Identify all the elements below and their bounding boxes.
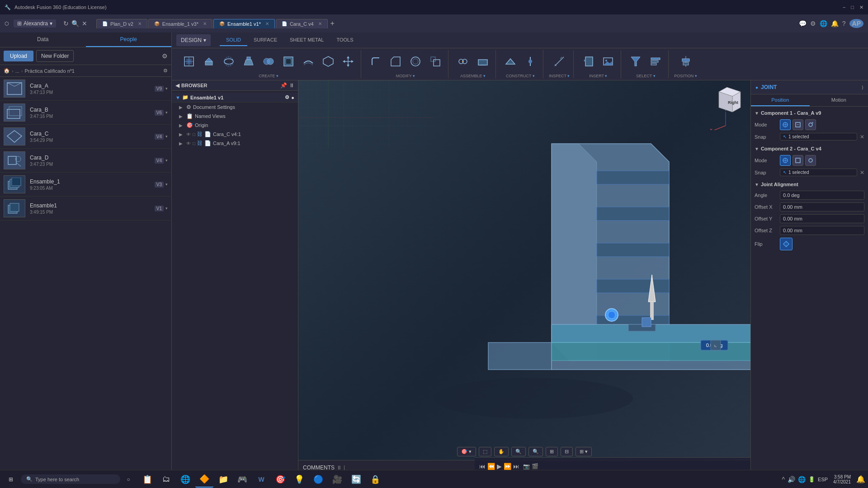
file-item-cara-a[interactable]: Cara_A 3:47:13 PM V9 ▾	[0, 77, 171, 101]
tab-ensamble1v1[interactable]: 📦 Ensamble1 v1* ✕	[213, 19, 275, 28]
named-views-expand[interactable]: ▶	[179, 114, 184, 119]
browser-item-named-views[interactable]: ▶ 📋 Named Views	[172, 112, 298, 121]
doc-settings-expand[interactable]: ▶	[179, 105, 184, 110]
construct-plane-btn[interactable]	[501, 53, 519, 70]
globe-icon[interactable]: 🌐	[820, 20, 827, 27]
vp-zoom-tool[interactable]: 🔍	[511, 447, 526, 456]
offset-z-value[interactable]: 0.00 mm	[780, 226, 864, 235]
file-item-ensamble1[interactable]: Ensamble_1 9:23:05 AM V3 ▾	[0, 173, 171, 197]
user-menu[interactable]: ⊞ Alexandra ▾	[14, 19, 56, 28]
insert-image-btn[interactable]	[599, 53, 617, 70]
select-filter-btn[interactable]	[627, 53, 645, 70]
browser-collapse-icon[interactable]: ◀	[175, 82, 179, 89]
create-thicken-btn[interactable]	[299, 53, 317, 70]
cortana-button[interactable]: ○	[122, 473, 135, 486]
alignment-collapse[interactable]: ▼	[755, 182, 759, 187]
taskbar-fusion360[interactable]: 🔶	[195, 471, 213, 488]
cara-a-expand[interactable]: ▶	[179, 141, 184, 146]
cara-c-eye[interactable]: 👁	[186, 132, 191, 137]
angle-value[interactable]: 0.0 deg	[780, 191, 864, 200]
taskbar-app10[interactable]: 🔵	[309, 471, 327, 488]
component2-mode-btn1[interactable]	[780, 155, 791, 166]
browser-item-cara-c[interactable]: ▶ 👁 □ ⛓ 📄 Cara_C v4:1	[172, 130, 298, 139]
file-item-ensamble1b[interactable]: Ensamble1 3:49:15 PM V1 ▾	[0, 197, 171, 221]
origin-expand[interactable]: ▶	[179, 123, 184, 128]
create-boundary-btn[interactable]	[319, 53, 337, 70]
browser-item-origin[interactable]: ▶ 🎯 Origin	[172, 121, 298, 130]
component1-mode-btn3[interactable]	[805, 119, 816, 130]
component1-collapse[interactable]: ▼	[755, 111, 759, 116]
modify-fillet-btn[interactable]	[367, 53, 385, 70]
browser-pin-icon[interactable]: 📌	[280, 82, 287, 89]
taskbar-app8[interactable]: 🎯	[271, 471, 289, 488]
flip-button[interactable]	[780, 238, 793, 250]
maximize-button[interactable]: □	[851, 5, 854, 10]
tab-ensamble1v3-close[interactable]: ✕	[203, 21, 207, 26]
tab-cara-c[interactable]: 📄 Cara_C v4 ✕	[276, 19, 328, 28]
tab-ensamble1v3[interactable]: 📦 Ensamble_1 v3* ✕	[148, 19, 212, 28]
taskbar-app11[interactable]: 🎥	[328, 471, 346, 488]
view-cube[interactable]: X Y Right	[705, 85, 746, 126]
sidebar-tab-data[interactable]: Data	[0, 33, 86, 47]
component2-mode-btn3[interactable]	[805, 155, 816, 166]
taskbar-chrome[interactable]: 🌐	[176, 471, 194, 488]
add-tab-button[interactable]: +	[330, 19, 335, 28]
vp-select-tool[interactable]: 🎯 ▾	[457, 447, 476, 456]
playback-next-btn[interactable]: ⏩	[504, 463, 511, 470]
close-appbar-icon[interactable]: ✕	[82, 20, 87, 27]
ribbon-tab-surface[interactable]: SURFACE	[247, 34, 283, 46]
create-extrude-btn[interactable]	[200, 53, 218, 70]
playback-cam2-icon[interactable]: 🎬	[532, 463, 538, 469]
create-revolve-btn[interactable]	[220, 53, 238, 70]
notification-icon[interactable]: 🔔	[856, 475, 865, 483]
vp-display2[interactable]: ⊟	[561, 447, 573, 456]
bell-icon[interactable]: 🔔	[831, 20, 839, 27]
breadcrumb-dots[interactable]: ...	[15, 68, 19, 74]
upload-button[interactable]: Upload	[4, 51, 33, 61]
component1-mode-btn1[interactable]	[780, 119, 791, 130]
create-shell-btn[interactable]	[279, 53, 297, 70]
minimize-button[interactable]: −	[843, 5, 845, 10]
offset-x-value[interactable]: 0.00 mm	[780, 202, 864, 211]
tab-ensamble1v1-close[interactable]: ✕	[265, 21, 269, 26]
tab-plan-d-close[interactable]: ✕	[138, 21, 142, 26]
playback-end-btn[interactable]: ⏭	[513, 463, 519, 470]
playback-cam1-icon[interactable]: 📷	[523, 463, 530, 469]
browser-pause-icon[interactable]: ⏸	[289, 82, 294, 89]
vp-display1[interactable]: ⊞	[546, 447, 558, 456]
battery-icon[interactable]: 🔋	[808, 476, 815, 483]
playback-start-btn[interactable]: ⏮	[479, 463, 486, 470]
taskbar-file-explorer[interactable]: 🗂	[157, 471, 175, 488]
browser-item-doc-settings[interactable]: ▶ ⚙ Document Settings	[172, 103, 298, 112]
network-icon[interactable]: 🌐	[798, 476, 806, 483]
insert-derive-btn[interactable]	[579, 53, 597, 70]
search-bar[interactable]: 🔍 Type here to search	[21, 474, 120, 484]
tab-cara-c-close[interactable]: ✕	[318, 21, 322, 26]
taskbar-app12[interactable]: 🔄	[347, 471, 365, 488]
create-combine-btn[interactable]	[259, 53, 278, 70]
ribbon-tab-solid[interactable]: SOLID	[220, 34, 247, 46]
clock-display[interactable]: 3:58 PM 4/7/2021	[830, 474, 854, 484]
file-item-cara-b[interactable]: Cara_B 3:47:16 PM V6 ▾	[0, 101, 171, 125]
root-eye-icon[interactable]: ●	[291, 95, 294, 100]
cara-a-eye[interactable]: 👁	[186, 141, 191, 146]
create-move-btn[interactable]	[339, 53, 357, 70]
component2-snap-btn[interactable]: ↖ 1 selected	[780, 169, 857, 176]
close-button[interactable]: ✕	[859, 5, 863, 10]
modify-shell-btn[interactable]	[406, 53, 425, 70]
offset-y-value[interactable]: 0.00 mm	[780, 214, 864, 223]
search-icon[interactable]: 🔍	[71, 20, 79, 27]
create-loft-btn[interactable]	[240, 53, 258, 70]
new-folder-button[interactable]: New Folder	[36, 50, 74, 62]
assemble-ground-btn[interactable]	[474, 53, 492, 70]
assemble-joint-btn[interactable]	[454, 53, 472, 70]
tab-plan-d[interactable]: 📄 Plan_D v2 ✕	[96, 19, 147, 28]
taskbar-app6[interactable]: 🎮	[233, 471, 251, 488]
vp-camera-tool[interactable]: 🔍	[528, 447, 543, 456]
component2-collapse[interactable]: ▼	[755, 146, 759, 151]
user-avatar-badge[interactable]: AP	[849, 19, 863, 28]
taskbar-task-view[interactable]: 📋	[138, 471, 156, 488]
joint-tab-motion[interactable]: Motion	[810, 94, 868, 106]
joint-tab-position[interactable]: Position	[751, 94, 810, 106]
sidebar-settings-icon[interactable]: ⚙	[162, 52, 168, 60]
